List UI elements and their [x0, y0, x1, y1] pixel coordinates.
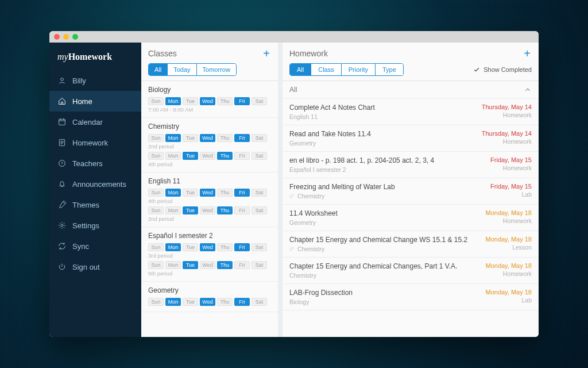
sidebar-item-homework[interactable]: Homework	[49, 132, 141, 153]
homework-item[interactable]: Freezing and Melting of Water LabChemist…	[283, 178, 539, 205]
homework-item-date: Thursday, May 14	[469, 103, 532, 110]
homework-item-type: Homework	[469, 138, 532, 145]
homework-item-date: Friday, May 15	[469, 183, 532, 190]
sidebar-item-sync[interactable]: Sync	[49, 236, 141, 256]
homework-item[interactable]: Chapter 15 Energy and Chemical Change WS…	[283, 231, 539, 258]
class-name: Geometry	[148, 286, 271, 294]
day-pill: Sat	[252, 261, 267, 269]
day-pill: Mon	[165, 206, 181, 214]
classes-panel: Classes + AllTodayTomorrow BiologySunMon…	[141, 43, 278, 337]
class-meta: 5th period	[148, 270, 271, 277]
sidebar-item-home[interactable]: Home	[49, 91, 141, 112]
homework-item-title: en el libro - p. 198 act. 1, p. 204-205 …	[289, 156, 469, 165]
sidebar-item-label: Homework	[72, 139, 108, 147]
svg-point-0	[61, 78, 64, 81]
sidebar-item-label: Calendar	[72, 118, 103, 126]
teacher-icon: T	[57, 159, 67, 168]
classes-tab-tomorrow[interactable]: Tomorrow	[197, 64, 236, 75]
classes-tab-all[interactable]: All	[149, 64, 168, 75]
class-card[interactable]: English 11SunMonTueWedThuFriSat4th perio…	[141, 172, 278, 227]
home-icon	[57, 97, 67, 106]
show-completed-toggle[interactable]: Show Completed	[473, 66, 532, 73]
homework-group-label: All	[289, 86, 297, 94]
sidebar-item-label: Themes	[72, 201, 99, 209]
sidebar-item-themes[interactable]: Themes	[49, 194, 141, 215]
add-class-button[interactable]: +	[262, 48, 271, 59]
homework-tab-type[interactable]: Type	[376, 64, 403, 75]
class-card[interactable]: GeometrySunMonTueWedThuFriSat	[141, 282, 278, 312]
minimize-icon[interactable]	[63, 34, 69, 40]
day-pill: Tue	[183, 261, 198, 269]
titlebar	[49, 31, 539, 43]
homework-panel: Homework + AllClassPriorityType Show Com…	[283, 43, 539, 337]
sidebar-item-settings[interactable]: Settings	[49, 215, 141, 236]
homework-item[interactable]: Complete Act 4 Notes ChartEnglish 11Thur…	[283, 99, 539, 125]
sidebar-item-teachers[interactable]: TTeachers	[49, 153, 141, 174]
homework-item-course: Chemistry	[289, 272, 469, 279]
close-icon[interactable]	[54, 34, 60, 40]
class-card[interactable]: BiologySunMonTueWedThuFriSat7:00 AM - 8:…	[141, 81, 278, 118]
list-icon	[57, 138, 67, 147]
homework-group-header[interactable]: All	[283, 81, 539, 99]
homework-item-course: Biology	[289, 298, 469, 305]
user-icon	[57, 76, 67, 85]
homework-item-title: Read and Take Notes 11.4	[289, 130, 469, 139]
class-name: Español I semester 2	[148, 232, 271, 240]
sidebar-item-sign-out[interactable]: Sign out	[49, 256, 141, 277]
day-pill: Fri	[234, 206, 250, 214]
day-pill: Fri	[234, 243, 250, 251]
homework-tab-all[interactable]: All	[290, 64, 311, 75]
homework-item-type: Homework	[469, 270, 532, 277]
classes-title: Classes	[148, 49, 177, 58]
add-homework-button[interactable]: +	[523, 48, 532, 59]
zoom-icon[interactable]	[72, 34, 78, 40]
day-pill: Sun	[148, 97, 164, 105]
bell-icon	[57, 179, 67, 189]
day-pill: Sun	[148, 152, 164, 160]
day-pill: Thu	[217, 152, 233, 160]
class-card[interactable]: ChemistrySunMonTueWedThuFriSat2nd period…	[141, 118, 278, 172]
homework-item[interactable]: Chapter 15 Energy and Chemical Changes, …	[283, 258, 539, 284]
day-pill: Thu	[217, 243, 233, 251]
homework-item-title: Freezing and Melting of Water Lab	[289, 183, 469, 191]
homework-item[interactable]: 11.4 WorksheetGeometryMonday, May 18Home…	[283, 205, 539, 231]
homework-item-date: Thursday, May 14	[469, 130, 532, 137]
homework-item-date: Friday, May 15	[469, 156, 532, 163]
day-row: SunMonTueWedThuFriSat	[148, 134, 271, 142]
homework-item[interactable]: en el libro - p. 198 act. 1, p. 204-205 …	[283, 152, 539, 178]
day-pill: Mon	[165, 152, 181, 160]
homework-tab-priority[interactable]: Priority	[342, 64, 376, 75]
homework-item[interactable]: Read and Take Notes 11.4GeometryThursday…	[283, 125, 539, 152]
class-card[interactable]: Español I semester 2SunMonTueWedThuFriSa…	[141, 227, 278, 282]
attachment-icon	[289, 246, 295, 252]
day-pill: Wed	[200, 97, 215, 105]
homework-title: Homework	[289, 49, 328, 58]
sidebar-item-announcements[interactable]: Announcements	[49, 174, 141, 194]
day-pill: Mon	[165, 261, 181, 269]
classes-tab-today[interactable]: Today	[168, 64, 196, 75]
class-meta: 4th period	[148, 198, 271, 204]
homework-item-type: Homework	[469, 217, 532, 224]
homework-item-course: Chemistry	[289, 193, 469, 200]
day-pill: Wed	[200, 261, 215, 269]
day-row: SunMonTueWedThuFriSat	[148, 298, 271, 306]
day-pill: Mon	[165, 243, 181, 251]
homework-item-type: Lab	[469, 297, 532, 304]
homework-item[interactable]: LAB-Frog DissectionBiologyMonday, May 18…	[283, 284, 539, 310]
homework-item-title: Complete Act 4 Notes Chart	[289, 103, 469, 112]
sidebar: myHomework Billy HomeCalendarHomeworkTTe…	[49, 43, 141, 337]
day-pill: Sat	[252, 97, 267, 105]
day-pill: Fri	[234, 152, 250, 160]
homework-tab-class[interactable]: Class	[311, 64, 342, 75]
day-pill: Fri	[234, 298, 250, 306]
sidebar-item-user[interactable]: Billy	[49, 70, 141, 91]
sidebar-item-label: Sync	[72, 242, 89, 251]
calendar-icon	[57, 117, 67, 126]
sidebar-item-calendar[interactable]: Calendar	[49, 112, 141, 132]
class-name: Chemistry	[148, 122, 271, 131]
day-pill: Wed	[200, 298, 215, 306]
show-completed-label: Show Completed	[483, 66, 532, 73]
homework-item-type: Lab	[469, 191, 532, 198]
day-pill: Tue	[183, 152, 198, 160]
homework-item-type: Homework	[469, 164, 532, 171]
